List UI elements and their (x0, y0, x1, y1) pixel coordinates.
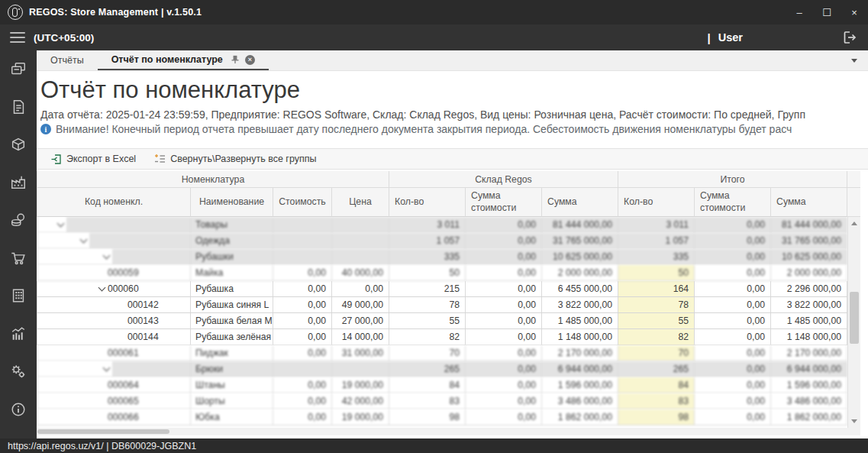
cell-price (332, 217, 389, 232)
cell-total-qty: 70 (618, 345, 695, 361)
vertical-scroll-thumb[interactable] (850, 292, 859, 344)
close-tab-icon[interactable]: × (245, 55, 255, 65)
cell-name: Рубашка (191, 281, 273, 296)
building-icon[interactable] (9, 286, 27, 305)
close-button[interactable]: × (841, 0, 868, 24)
cell-warehouse-cost-sum: 0,00 (466, 265, 542, 280)
gears-icon[interactable] (9, 362, 27, 380)
cell-warehouse-qty: 265 (389, 361, 466, 377)
api-endpoint-label: https://api.regos.uz/v1/ | DB600029-JGBZ… (8, 441, 196, 451)
column-header[interactable]: Сумма (542, 188, 618, 217)
tab-list-dropdown-icon[interactable] (851, 59, 857, 63)
column-header[interactable]: Сумма (771, 188, 847, 217)
cell-name: Брюки (191, 361, 273, 377)
table-row[interactable]: 000064Штаны0,0019 000,00840,001 596 000,… (37, 377, 847, 393)
chevron-down-icon[interactable] (77, 233, 89, 248)
report-meta: Дата отчёта: 2025-01-24 23:59:59, Предпр… (40, 108, 860, 121)
horizontal-scroll-thumb[interactable] (37, 429, 169, 434)
table-row[interactable]: 000142Рубашка синяя L0,0049 000,00780,00… (37, 297, 847, 313)
tab-reports[interactable]: Отчёты (37, 50, 98, 70)
table-row[interactable]: 000144Рубашка зелёная S0,0014 000,00820,… (37, 329, 847, 345)
logout-icon[interactable] (842, 30, 857, 45)
hamburger-menu-icon[interactable] (10, 32, 25, 43)
cell-warehouse-sum: 81 444 000,00 (542, 217, 618, 232)
cell-warehouse-cost-sum: 0,00 (466, 329, 542, 345)
cell-cost: 0,00 (273, 377, 332, 393)
cell-cost: 0,00 (273, 265, 332, 280)
column-header-row: Код номенкл.НаименованиеСтоимостьЦенаКол… (37, 188, 860, 217)
cell-warehouse-sum: 2 000 000,00 (542, 265, 618, 280)
table-row[interactable]: Одежда1 0570,0031 765 000,001 0570,0031 … (37, 233, 847, 249)
cell-price (332, 361, 389, 377)
factory-icon[interactable] (9, 173, 27, 192)
column-header[interactable]: Кол-во (618, 188, 695, 217)
table-row[interactable]: Брюки2650,006 944 000,002650,006 944 000… (37, 361, 847, 377)
chevron-down-icon[interactable] (54, 217, 66, 232)
info-circle-icon: i (40, 124, 51, 134)
main-content: Отчёты Отчёт по номенклатуре × Отчёт по … (37, 50, 868, 438)
minimize-button[interactable]: – (786, 0, 813, 24)
table-row[interactable]: 000061Пиджак0,0031 000,00700,002 170 000… (37, 345, 847, 361)
cell-cost: 0,00 (273, 409, 332, 425)
column-header[interactable]: Код номенкл. (37, 188, 191, 217)
table-row[interactable]: 000065Шорты0,0042 000,00830,003 486 000,… (37, 393, 847, 409)
cell-warehouse-qty: 82 (389, 329, 466, 345)
export-excel-label: Экспорт в Excel (66, 154, 136, 164)
column-header[interactable]: Стоимость (273, 188, 332, 217)
cell-total-qty: 55 (618, 313, 695, 328)
export-excel-button[interactable]: Экспорт в Excel (43, 150, 144, 168)
table-row[interactable]: Рубашки3350,0010 625 000,003350,0010 625… (37, 249, 847, 265)
vertical-scrollbar[interactable] (847, 217, 860, 428)
coins-icon[interactable] (9, 211, 27, 229)
column-header[interactable]: Наименование (191, 188, 273, 217)
cell-total-sum: 6 944 000,00 (771, 361, 847, 377)
scroll-up-icon[interactable] (851, 222, 857, 225)
maximize-button[interactable]: ☐ (813, 0, 841, 24)
cart-icon[interactable] (9, 249, 27, 267)
cell-total-cost-sum: 0,00 (695, 249, 771, 264)
table-row[interactable]: 000059Майка0,0040 000,00500,002 000 000,… (37, 265, 847, 281)
scroll-down-icon[interactable] (851, 419, 857, 423)
band-header: Номенклатура (37, 171, 389, 188)
stats-icon[interactable] (9, 325, 27, 343)
column-header[interactable]: Кол-во (389, 188, 466, 217)
column-header[interactable]: Цена (332, 188, 389, 217)
cell-total-cost-sum: 0,00 (695, 297, 771, 312)
collapse-expand-button[interactable]: Свернуть\Развернуть все группы (147, 150, 324, 168)
screens-icon[interactable] (9, 60, 27, 78)
cell-code (37, 361, 191, 377)
cell-warehouse-sum: 1 596 000,00 (542, 377, 618, 393)
pin-icon[interactable] (231, 55, 240, 64)
report-warning: i Внимание! Конечный период отчета превы… (40, 123, 860, 135)
cell-code: 000060 (37, 281, 191, 296)
document-icon[interactable] (9, 98, 27, 116)
grid-body: Товары3 0110,0081 444 000,003 0110,0081 … (37, 217, 860, 428)
cell-warehouse-qty: 83 (389, 393, 466, 409)
cell-price: 14 000,00 (332, 329, 389, 345)
cell-name: Пиджак (191, 345, 273, 361)
cell-warehouse-cost-sum: 0,00 (466, 217, 542, 232)
cell-total-sum: 10 625 000,00 (771, 249, 847, 264)
cell-code: 000066 (37, 409, 191, 425)
table-row[interactable]: Товары3 0110,0081 444 000,003 0110,0081 … (37, 217, 847, 233)
user-name[interactable]: User (718, 31, 743, 44)
table-row[interactable]: 000066Юбка0,0019 000,00980,001 862 000,0… (37, 409, 847, 425)
regos-logo-icon (8, 5, 23, 20)
info-icon[interactable] (9, 400, 27, 419)
cell-total-sum: 3 822 000,00 (771, 297, 847, 312)
column-header[interactable]: Сумма стоимости (466, 188, 542, 217)
package-icon[interactable] (9, 135, 27, 154)
cell-name: Юбка (191, 409, 273, 425)
table-row[interactable]: 000060Рубашка0,000,002150,006 455 000,00… (37, 281, 847, 297)
table-row[interactable]: 000143Рубашка белая M0,0027 000,00550,00… (37, 313, 847, 329)
chevron-down-icon[interactable] (100, 249, 112, 264)
chevron-down-icon[interactable] (100, 361, 112, 377)
cell-warehouse-cost-sum: 0,00 (466, 313, 542, 328)
cell-warehouse-sum: 1 148 000,00 (542, 329, 618, 345)
cell-name: Рубашка синяя L (191, 297, 273, 312)
chevron-down-icon[interactable] (95, 281, 108, 296)
horizontal-scrollbar[interactable] (37, 428, 860, 435)
cell-cost (273, 249, 332, 264)
tab-nomenclature-report[interactable]: Отчёт по номенклатуре × (98, 50, 269, 70)
column-header[interactable]: Сумма стоимости (695, 188, 771, 217)
